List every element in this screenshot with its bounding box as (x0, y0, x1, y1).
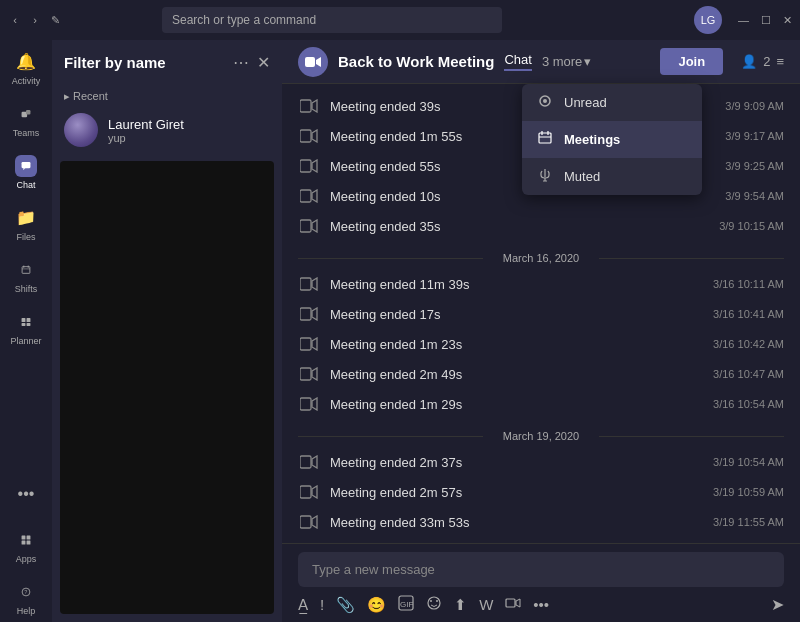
important-btn[interactable]: ! (320, 596, 324, 613)
join-button[interactable]: Join (660, 48, 723, 75)
message-time: 3/19 10:59 AM (713, 486, 784, 498)
svg-marker-39 (312, 398, 317, 410)
dropdown-item-unread[interactable]: Unread (522, 84, 702, 121)
message-row: Meeting ended 11m 39s 3/16 10:11 AM (298, 270, 784, 298)
title-bar: ‹ › ✎ Search or type a command LG — ☐ ✕ (0, 0, 800, 40)
sticker-btn[interactable] (426, 595, 442, 614)
nav-item-files[interactable]: 📁 Files (4, 200, 48, 248)
search-placeholder: Search or type a command (172, 13, 316, 27)
svg-rect-13 (27, 535, 31, 539)
compose-box[interactable]: Type a new message (298, 552, 784, 587)
svg-rect-28 (300, 220, 311, 232)
edit-btn[interactable]: ✎ (48, 13, 62, 27)
message-time: 3/9 9:09 AM (725, 100, 784, 112)
help-icon: ? (15, 581, 37, 603)
chat-tab[interactable]: Chat (504, 52, 531, 71)
search-bar[interactable]: Search or type a command (162, 7, 502, 33)
message-row: Meeting ended 1m 29s 3/16 10:54 AM (298, 390, 784, 418)
close-btn[interactable]: ✕ (783, 14, 792, 27)
praise-btn[interactable]: ⬆ (454, 596, 467, 614)
word-btn[interactable]: W (479, 596, 493, 613)
message-text: Meeting ended 1m 29s (330, 397, 703, 412)
video-call-icon (298, 155, 320, 177)
giphy-btn[interactable]: GIF (398, 595, 414, 614)
more-tabs-label: 3 more (542, 54, 582, 69)
nav-item-chat[interactable]: Chat (4, 148, 48, 196)
dropdown-unread-label: Unread (564, 95, 607, 110)
user-avatar-top[interactable]: LG (694, 6, 722, 34)
message-text: Meeting ended 1m 23s (330, 337, 703, 352)
svg-marker-31 (312, 278, 317, 290)
message-row: Meeting ended 35s 3/9 10:15 AM (298, 212, 784, 240)
participants-btn[interactable]: 👤 2 ≡ (741, 54, 784, 69)
svg-marker-29 (312, 220, 317, 232)
svg-point-52 (436, 600, 438, 602)
svg-marker-25 (312, 160, 317, 172)
message-text: Meeting ended 2m 57s (330, 485, 703, 500)
message-row: Meeting ended 2m 49s 3/16 10:47 AM (298, 360, 784, 388)
video-clip-btn[interactable] (505, 595, 521, 614)
planner-icon (15, 311, 37, 333)
sidebar-close-btn[interactable]: ✕ (257, 53, 270, 72)
svg-marker-54 (516, 599, 520, 607)
svg-rect-15 (27, 540, 31, 544)
user-info-laurent: Laurent Giret yup (108, 117, 184, 144)
sidebar-preview-area (60, 161, 274, 614)
format-text-btn[interactable]: A̲ (298, 596, 308, 614)
svg-rect-32 (300, 308, 311, 320)
svg-marker-35 (312, 338, 317, 350)
maximize-btn[interactable]: ☐ (761, 14, 771, 27)
more-tabs-btn[interactable]: 3 more ▾ (542, 54, 591, 69)
video-call-icon (298, 393, 320, 415)
nav-item-activity[interactable]: 🔔 Activity (4, 44, 48, 92)
message-text: Meeting ended 2m 49s (330, 367, 703, 382)
nav-item-more[interactable]: ••• (4, 470, 48, 518)
message-time: 3/9 9:17 AM (725, 130, 784, 142)
video-call-icon (298, 511, 320, 533)
svg-rect-8 (22, 318, 26, 322)
message-row: Meeting ended 2m 57s 3/19 10:59 AM (298, 478, 784, 506)
date-divider: March 16, 2020 (298, 252, 784, 264)
nav-item-teams[interactable]: Teams (4, 96, 48, 144)
more-actions-btn[interactable]: ••• (533, 596, 549, 613)
nav-item-help[interactable]: ? Help (4, 574, 48, 622)
svg-marker-43 (312, 486, 317, 498)
svg-rect-18 (305, 57, 315, 67)
svg-rect-2 (22, 162, 31, 168)
message-time: 3/16 10:42 AM (713, 338, 784, 350)
svg-rect-22 (300, 130, 311, 142)
dropdown-item-muted[interactable]: Muted (522, 158, 702, 195)
message-time: 3/16 10:47 AM (713, 368, 784, 380)
svg-point-56 (543, 99, 547, 103)
video-call-icon (298, 333, 320, 355)
attach-btn[interactable]: 📎 (336, 596, 355, 614)
files-icon: 📁 (15, 207, 37, 229)
svg-rect-30 (300, 278, 311, 290)
nav-label-activity: Activity (12, 76, 41, 86)
svg-text:GIF: GIF (400, 600, 413, 609)
dropdown-item-meetings[interactable]: Meetings (522, 121, 702, 158)
back-btn[interactable]: ‹ (8, 13, 22, 27)
forward-btn[interactable]: › (28, 13, 42, 27)
minimize-btn[interactable]: — (738, 14, 749, 27)
svg-rect-14 (22, 540, 26, 544)
meeting-avatar (298, 47, 328, 77)
meetings-icon (536, 131, 554, 148)
compose-area: Type a new message A̲ ! 📎 😊 GIF (282, 543, 800, 622)
nav-item-planner[interactable]: Planner (4, 304, 48, 352)
sidebar-header-icons: ⋯ ✕ (233, 53, 270, 72)
chat-list-item-laurent[interactable]: Laurent Giret yup (52, 107, 282, 153)
nav-item-apps[interactable]: Apps (4, 522, 48, 570)
message-time: 3/19 10:54 AM (713, 456, 784, 468)
video-call-icon (298, 125, 320, 147)
emoji-btn[interactable]: 😊 (367, 596, 386, 614)
svg-rect-53 (506, 599, 515, 607)
message-time: 3/9 9:25 AM (725, 160, 784, 172)
message-row: Meeting ended 1m 23s 3/16 10:42 AM (298, 330, 784, 358)
shifts-icon (15, 259, 37, 281)
svg-rect-44 (300, 516, 311, 528)
sidebar-more-btn[interactable]: ⋯ (233, 53, 249, 72)
send-button[interactable]: ➤ (771, 595, 784, 614)
svg-marker-21 (312, 100, 317, 112)
nav-item-shifts[interactable]: Shifts (4, 252, 48, 300)
